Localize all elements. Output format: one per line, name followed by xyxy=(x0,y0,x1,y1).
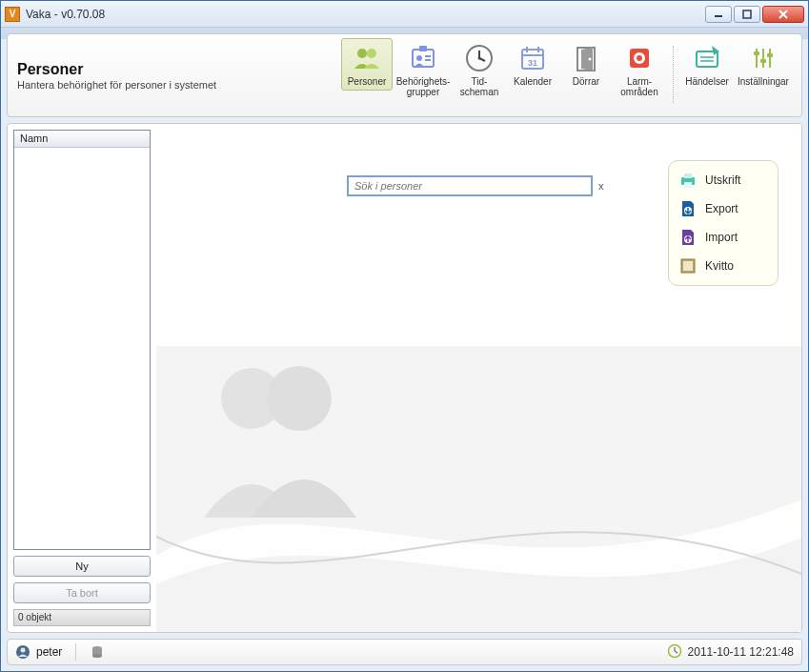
status-user: peter xyxy=(36,645,62,659)
status-datetime: 2011-10-11 12:21:48 xyxy=(688,645,794,659)
app-icon: V xyxy=(5,7,20,22)
status-user-block: peter xyxy=(15,643,105,661)
toolbar-handelser[interactable]: Händelser xyxy=(681,38,733,91)
svg-point-45 xyxy=(267,366,332,431)
header-strip: Personer Hantera behörighet för personer… xyxy=(7,33,802,117)
action-label: Export xyxy=(705,202,738,215)
svg-point-44 xyxy=(221,368,282,429)
toolbar: Personer Behörighets- grupper xyxy=(341,34,792,116)
receipt-icon xyxy=(678,256,698,275)
toolbar-behorighetsgrupper[interactable]: Behörighets- grupper xyxy=(394,38,452,101)
svg-rect-33 xyxy=(754,51,759,55)
user-icon xyxy=(15,644,30,660)
app-window: V Vaka - v0.70.08 Personer Hantera behör… xyxy=(0,0,809,672)
toolbar-label: Behörighets- grupper xyxy=(396,76,451,97)
close-button[interactable] xyxy=(762,6,804,23)
svg-point-22 xyxy=(589,58,592,61)
action-print[interactable]: Utskrift xyxy=(678,171,768,190)
toolbar-larmomraden[interactable]: Larm- områden xyxy=(614,38,665,101)
clock-icon xyxy=(463,42,496,74)
svg-rect-42 xyxy=(683,261,693,271)
window-title: Vaka - v0.70.08 xyxy=(26,8,705,21)
page-subtitle: Hantera behörighet för personer i system… xyxy=(17,79,303,91)
svg-rect-7 xyxy=(419,46,427,51)
svg-point-8 xyxy=(416,55,422,61)
action-panel: Utskrift Export xyxy=(668,160,779,286)
svg-rect-37 xyxy=(684,173,692,178)
maximize-button[interactable] xyxy=(734,6,760,23)
status-bar: peter 2011-10-11 12:21:48 xyxy=(7,639,802,665)
settings-icon xyxy=(747,42,779,74)
toolbar-label: Larm- områden xyxy=(620,76,657,97)
svg-point-5 xyxy=(367,49,376,58)
personer-icon xyxy=(351,42,383,74)
svg-text:31: 31 xyxy=(528,58,537,68)
action-label: Kvitto xyxy=(705,259,734,273)
export-icon xyxy=(678,199,698,218)
svg-rect-43 xyxy=(156,346,802,632)
background-art xyxy=(156,346,802,632)
svg-rect-1 xyxy=(743,10,751,18)
calendar-icon: 31 xyxy=(516,42,549,74)
toolbar-label: Kalender xyxy=(514,76,552,87)
svg-point-14 xyxy=(478,57,481,60)
title-bar: V Vaka - v0.70.08 xyxy=(1,1,808,28)
svg-rect-35 xyxy=(767,53,773,57)
action-label: Utskrift xyxy=(705,173,740,187)
name-list-header[interactable]: Namn xyxy=(14,131,150,148)
search-input[interactable] xyxy=(347,175,593,196)
toolbar-separator xyxy=(673,46,674,103)
toolbar-label: Personer xyxy=(348,76,387,87)
toolbar-label: Inställningar xyxy=(738,76,789,87)
svg-rect-34 xyxy=(760,59,766,63)
object-count: 0 objekt xyxy=(13,609,151,626)
svg-rect-6 xyxy=(413,50,434,67)
printer-icon xyxy=(678,171,698,190)
action-export[interactable]: Export xyxy=(678,199,768,218)
svg-rect-38 xyxy=(684,182,692,188)
alarm-icon xyxy=(623,42,656,74)
name-list[interactable]: Namn xyxy=(13,130,151,550)
status-datetime-block: 2011-10-11 12:21:48 xyxy=(667,643,794,662)
svg-point-50 xyxy=(92,654,102,658)
new-button[interactable]: Ny xyxy=(13,556,151,577)
header-text: Personer Hantera behörighet för personer… xyxy=(17,61,303,91)
content-pane: x Utskrift xyxy=(156,124,801,632)
search-clear-button[interactable]: x xyxy=(598,180,604,192)
sidebar: Namn Ny Ta bort 0 objekt xyxy=(8,124,156,632)
delete-button: Ta bort xyxy=(13,582,151,603)
main-area: Namn Ny Ta bort 0 objekt x xyxy=(7,123,802,633)
page-title: Personer xyxy=(17,61,303,78)
door-icon xyxy=(570,42,602,74)
db-icon xyxy=(90,644,105,660)
toolbar-label: Dörrar xyxy=(573,76,599,87)
badge-icon xyxy=(407,42,439,74)
search-row: x xyxy=(347,175,604,196)
clock-small-icon xyxy=(667,643,682,662)
toolbar-installningar[interactable]: Inställningar xyxy=(735,38,792,91)
toolbar-personer[interactable]: Personer xyxy=(341,38,393,91)
toolbar-label: Händelser xyxy=(685,76,729,87)
toolbar-dorrar[interactable]: Dörrar xyxy=(560,38,612,91)
action-receipt[interactable]: Kvitto xyxy=(678,256,768,275)
import-icon xyxy=(678,228,698,247)
svg-point-4 xyxy=(357,49,367,58)
events-icon xyxy=(691,42,723,74)
action-import[interactable]: Import xyxy=(678,228,768,247)
window-buttons xyxy=(705,6,804,23)
toolbar-kalender[interactable]: 31 Kalender xyxy=(507,38,558,91)
svg-line-53 xyxy=(675,651,678,653)
toolbar-tidscheman[interactable]: Tid- scheman xyxy=(454,38,505,101)
minimize-button[interactable] xyxy=(705,6,732,23)
action-label: Import xyxy=(705,231,738,244)
toolbar-label: Tid- scheman xyxy=(460,76,499,97)
svg-point-47 xyxy=(21,648,26,653)
status-divider xyxy=(75,643,76,661)
svg-point-25 xyxy=(637,55,642,61)
